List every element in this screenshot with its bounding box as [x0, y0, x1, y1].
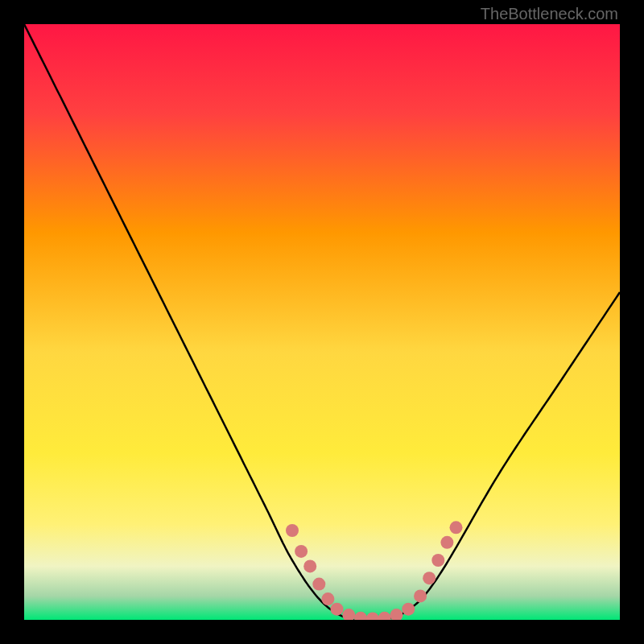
- curve-marker: [303, 559, 316, 572]
- bottleneck-chart: [24, 24, 620, 620]
- curve-marker: [331, 603, 344, 616]
- curve-marker: [431, 554, 444, 567]
- curve-marker: [450, 521, 463, 534]
- curve-marker: [414, 589, 427, 602]
- curve-marker: [440, 536, 453, 549]
- watermark-text: TheBottleneck.com: [481, 5, 618, 23]
- curve-marker: [286, 524, 299, 537]
- curve-marker: [321, 592, 334, 605]
- chart-area: [24, 24, 620, 620]
- curve-marker: [312, 578, 325, 591]
- curve-marker: [402, 603, 415, 616]
- curve-marker: [295, 545, 308, 558]
- curve-marker: [423, 572, 436, 584]
- chart-background: [24, 24, 620, 620]
